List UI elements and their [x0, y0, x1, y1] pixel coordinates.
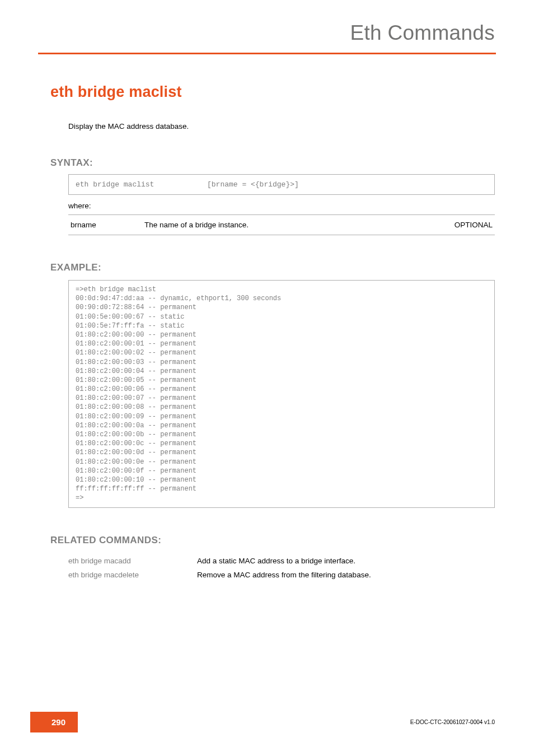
command-description: Display the MAC address database. [68, 122, 495, 130]
footer: 290 E-DOC-CTC-20061027-0004 v1.0 [0, 712, 534, 732]
syntax-args: [brname = <{bridge}>] [207, 180, 299, 189]
page-number: 290 [30, 712, 78, 732]
param-table: brname The name of a bridge instance. OP… [68, 214, 495, 235]
example-box: =>eth bridge maclist 00:0d:9d:47:dd:aa -… [68, 280, 495, 508]
syntax-box: eth bridge maclist [brname = <{bridge}>] [68, 174, 495, 195]
related-row: eth bridge macdelete Remove a MAC addres… [68, 568, 495, 582]
related-cmd: eth bridge macadd [68, 557, 197, 565]
param-optional: OPTIONAL [442, 221, 493, 229]
command-title: eth bridge maclist [50, 83, 495, 101]
syntax-command: eth bridge maclist [76, 180, 207, 189]
related-desc: Remove a MAC address from the filtering … [197, 571, 495, 579]
param-row: brname The name of a bridge instance. OP… [68, 215, 495, 235]
related-desc: Add a static MAC address to a bridge int… [197, 557, 495, 565]
where-label: where: [68, 202, 495, 210]
document-id: E-DOC-CTC-20061027-0004 v1.0 [410, 719, 495, 725]
chapter-title: Eth Commands [0, 21, 534, 45]
related-row: eth bridge macadd Add a static MAC addre… [68, 554, 495, 568]
related-table: eth bridge macadd Add a static MAC addre… [68, 554, 495, 582]
related-heading: RELATED COMMANDS: [50, 535, 495, 546]
related-cmd: eth bridge macdelete [68, 571, 197, 579]
example-heading: EXAMPLE: [50, 262, 495, 273]
syntax-heading: SYNTAX: [50, 157, 495, 169]
param-desc: The name of a bridge instance. [144, 221, 442, 229]
param-name: brname [71, 221, 144, 229]
